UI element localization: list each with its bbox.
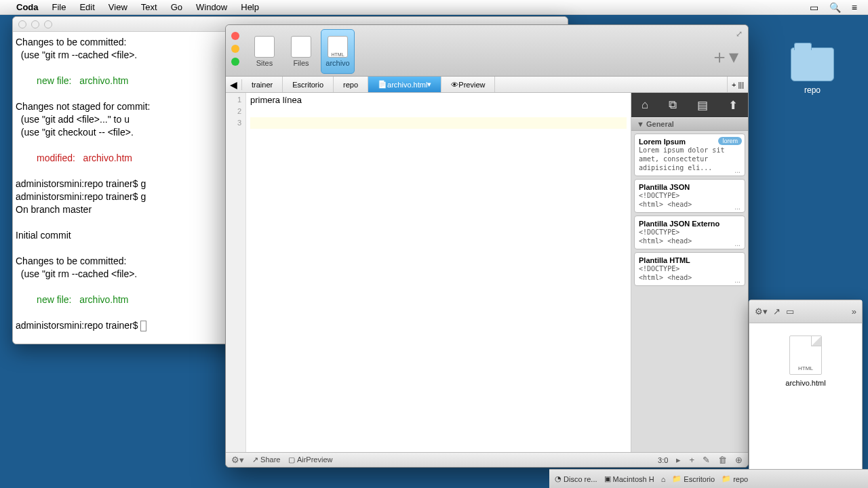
- crumb-repo[interactable]: repo: [334, 77, 368, 92]
- more-icon[interactable]: »: [852, 306, 856, 317]
- folder-label: repo: [791, 85, 834, 95]
- minimize-icon[interactable]: [31, 20, 39, 28]
- clip-item[interactable]: Lorem IpsumloremLorem ipsum dolor sit am…: [634, 134, 745, 176]
- expand-icon[interactable]: ▸: [676, 455, 681, 465]
- close-icon[interactable]: [231, 32, 239, 40]
- copy-icon[interactable]: ⧉: [669, 98, 677, 112]
- code-line-current: [250, 117, 627, 129]
- crumb-file-label: archivo.html: [387, 81, 427, 89]
- path-repo[interactable]: 📁 repo: [722, 474, 748, 483]
- menu-window[interactable]: Window: [189, 2, 234, 12]
- menubar: Coda File Edit View Text Go Window Help …: [0, 0, 868, 15]
- airpreview-button[interactable]: ▢ AirPreview: [288, 455, 332, 464]
- list-icon[interactable]: ▤: [697, 98, 708, 113]
- folder-icon: [791, 47, 834, 81]
- tab-sites[interactable]: Sites: [248, 29, 281, 74]
- tab-archivo[interactable]: HTML archivo: [321, 29, 355, 74]
- sites-icon: [254, 36, 275, 58]
- cursor-position: 3:0: [658, 456, 668, 464]
- line-gutter: 1 2 3: [226, 93, 246, 452]
- crumb-file[interactable]: 📄 archivo.html ▾: [368, 77, 441, 92]
- minimize-icon[interactable]: [231, 45, 239, 53]
- tab-label: Files: [293, 59, 309, 67]
- trash-icon[interactable]: 🗑: [718, 455, 727, 465]
- gear-icon[interactable]: ⚙▾: [755, 306, 768, 317]
- tab-label: Sites: [256, 59, 273, 67]
- menu-file[interactable]: File: [45, 2, 73, 12]
- clip-item[interactable]: Plantilla JSON Externo<!DOCTYPE><html> <…: [634, 216, 745, 249]
- section-general[interactable]: ▼ General: [631, 117, 748, 131]
- crumb-preview-label: Preview: [458, 81, 485, 89]
- path-mac[interactable]: ▣ Macintosh H: [604, 474, 654, 483]
- zoom-icon[interactable]: [231, 58, 239, 66]
- clip-item[interactable]: Plantilla JSON<!DOCTYPE><html> <head>...: [634, 179, 745, 213]
- share-icon[interactable]: ↗: [773, 306, 781, 317]
- finder-content[interactable]: HTML archivo.html: [749, 323, 862, 439]
- code-area[interactable]: primera línea: [246, 93, 631, 452]
- sidebar-nav: ⌂ ⧉ ▤ ⬆: [631, 93, 748, 117]
- app-name[interactable]: Coda: [9, 2, 45, 12]
- spotlight-icon[interactable]: 🔍: [829, 2, 841, 13]
- tab-files[interactable]: Files: [284, 29, 318, 74]
- menu-text[interactable]: Text: [134, 2, 164, 12]
- tab-label: archivo: [326, 59, 349, 67]
- html-file-icon: HTML: [328, 36, 348, 58]
- watermark: video2brain.com a lynda.com brand: [781, 446, 860, 465]
- code-line: [250, 106, 627, 117]
- crumb-preview[interactable]: 👁 Preview: [441, 77, 495, 92]
- upload-icon[interactable]: ⬆: [728, 98, 738, 113]
- file-item[interactable]: HTML archivo.html: [785, 336, 825, 387]
- menu-view[interactable]: View: [102, 2, 134, 12]
- coda-toolbar: Sites Files HTML archivo ＋▾ ⤢: [226, 25, 748, 77]
- tags-icon[interactable]: ▭: [786, 306, 794, 317]
- home-icon[interactable]: ⌂: [642, 98, 648, 112]
- code-editor[interactable]: 1 2 3 primera línea: [226, 93, 631, 452]
- crumb-trainer[interactable]: trainer: [242, 77, 283, 92]
- add-tab-button[interactable]: ＋▾: [710, 44, 738, 70]
- path-home[interactable]: ⌂: [661, 475, 666, 483]
- menu-edit[interactable]: Edit: [73, 2, 101, 12]
- desktop-folder-repo[interactable]: repo: [791, 47, 834, 95]
- coda-window: Sites Files HTML archivo ＋▾ ⤢ ◀ trainer …: [225, 24, 749, 468]
- finder-toolbar: ⚙▾ ↗ ▭ »: [749, 300, 862, 323]
- brush-icon[interactable]: ✎: [703, 455, 710, 465]
- zoom-icon[interactable]: [44, 20, 52, 28]
- menu-go[interactable]: Go: [164, 2, 189, 12]
- finder-pathbar: ◔ Disco re... ▣ Macintosh H ⌂ 📁 Escritor…: [549, 469, 868, 488]
- files-icon: [291, 36, 311, 58]
- add-icon[interactable]: +: [689, 455, 694, 465]
- status-bar: ⚙▾ ↗ Share ▢ AirPreview 3:0 ▸ + ✎ 🗑 ⊕: [226, 452, 748, 467]
- crumb-escritorio[interactable]: Escritorio: [283, 77, 334, 92]
- clip-item[interactable]: Plantilla HTML<!DOCTYPE><html> <head>...: [634, 252, 745, 286]
- html-file-icon: HTML: [789, 336, 822, 375]
- disco-item[interactable]: ◔ Disco re...: [555, 474, 597, 483]
- globe-icon[interactable]: ⊕: [735, 455, 743, 465]
- menu-icon[interactable]: ≡: [852, 2, 857, 13]
- code-line: primera línea: [250, 94, 627, 106]
- maximize-icon[interactable]: ⤢: [736, 29, 743, 39]
- breadcrumb: ◀ trainer Escritorio repo 📄 archivo.html…: [226, 77, 748, 93]
- clips-sidebar: ⌂ ⧉ ▤ ⬆ ▼ General Lorem IpsumloremLorem …: [631, 93, 748, 452]
- file-label: archivo.html: [785, 379, 825, 387]
- path-escritorio[interactable]: 📁 Escritorio: [672, 474, 715, 483]
- close-icon[interactable]: [18, 20, 26, 28]
- share-button[interactable]: ↗ Share: [252, 455, 280, 464]
- split-controls[interactable]: + |||: [727, 77, 748, 92]
- airplay-icon[interactable]: ▭: [810, 2, 818, 13]
- back-button[interactable]: ◀: [226, 79, 242, 90]
- gear-icon[interactable]: ⚙▾: [231, 455, 244, 465]
- menu-help[interactable]: Help: [234, 2, 266, 12]
